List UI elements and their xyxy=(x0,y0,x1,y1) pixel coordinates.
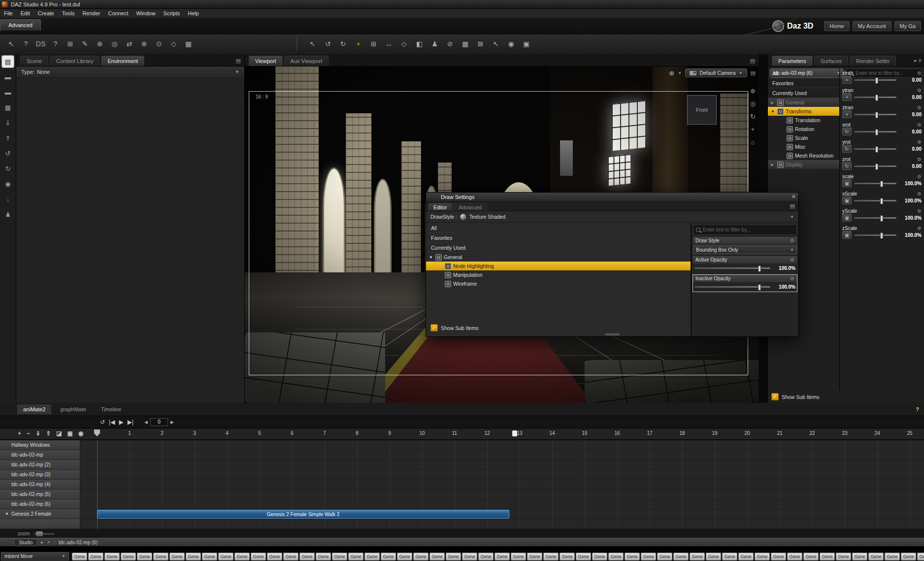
category-item[interactable]: Currently Used xyxy=(426,243,691,253)
view-cube[interactable]: Front xyxy=(687,95,717,125)
rotate-tool-icon[interactable]: ◇ xyxy=(398,37,410,50)
preset-button[interactable]: Gene xyxy=(478,553,494,561)
camera-tool-icon[interactable]: ▣ xyxy=(520,37,532,50)
preset-button[interactable]: Gene xyxy=(755,553,770,561)
spin-tool-icon[interactable]: ↻ xyxy=(337,37,349,50)
track-expand-icon[interactable]: ▼ xyxy=(5,512,9,516)
menu-item[interactable]: Scripts xyxy=(160,9,184,17)
node-selection-tool-icon[interactable]: ↖ xyxy=(5,37,17,50)
parameter-slider-track[interactable] xyxy=(854,131,896,132)
parameter-slider-track[interactable] xyxy=(854,148,896,150)
parameter-slider-track[interactable] xyxy=(854,217,896,219)
preset-button[interactable]: Gene xyxy=(868,553,884,561)
parameter-group-row[interactable]: G Misc xyxy=(768,142,839,151)
brand-link-button[interactable]: My Ga xyxy=(894,21,921,31)
preset-category-dropdown[interactable]: mbient Move ▼ xyxy=(1,552,69,561)
parameters-tab[interactable]: Parameters xyxy=(772,56,813,66)
parameter-value[interactable]: 100.0% xyxy=(899,232,922,238)
gear-icon[interactable]: ⚙ xyxy=(917,70,922,76)
undo-icon[interactable]: ↺ xyxy=(2,147,14,159)
box-select-tool-icon[interactable]: ⊠ xyxy=(474,37,487,50)
viewport-tab[interactable]: Viewport xyxy=(249,56,283,66)
preset-button[interactable]: Gene xyxy=(88,553,103,561)
parameter-slider-handle[interactable] xyxy=(875,112,878,118)
preset-button[interactable]: Gene xyxy=(251,553,266,561)
viewport-tab[interactable]: Aux Viewport xyxy=(284,56,329,66)
track-grid[interactable]: Genesis 2 Female Simple Walk 2 xyxy=(80,509,924,519)
parameter-slider-handle[interactable] xyxy=(875,77,878,84)
preset-button[interactable]: Gene xyxy=(153,553,168,561)
preset-button[interactable]: Gene xyxy=(429,553,445,561)
lock-tracks-icon[interactable]: ◪ xyxy=(56,430,62,437)
move-down-icon[interactable]: ⇓ xyxy=(35,430,40,437)
parameter-value[interactable]: 0.00 xyxy=(899,129,922,134)
parameter-slider-track[interactable] xyxy=(854,79,896,81)
scale-tool-icon[interactable]: ↔ xyxy=(383,37,395,50)
track-label[interactable]: ▼ tdc-adv-02-mp (6) xyxy=(0,499,80,509)
preset-button[interactable]: Gene xyxy=(625,553,640,561)
opacity-slider-track[interactable] xyxy=(694,267,770,269)
preset-button[interactable]: Gene xyxy=(218,553,233,561)
open-file-icon[interactable]: ▬ xyxy=(2,71,14,83)
preset-button[interactable]: Gene xyxy=(543,553,559,561)
move-up-icon[interactable]: ⇑ xyxy=(46,430,51,437)
track-label[interactable]: ▼ tdc-adv-02-mp (4) xyxy=(0,480,80,490)
preset-button[interactable]: Gene xyxy=(641,553,656,561)
parameter-group-row[interactable]: ▶ G General xyxy=(768,98,839,107)
parameter-group-row[interactable]: G Mesh Resolution xyxy=(768,151,839,160)
play-icon[interactable]: ▶ xyxy=(119,419,123,426)
track-label[interactable]: ▼ Hallway Windows xyxy=(0,440,80,450)
tree-caret-icon[interactable]: ▼ xyxy=(429,255,433,260)
draw-settings-group-row[interactable]: G Wireframe xyxy=(426,279,691,288)
draw-settings-group-row[interactable]: G Manipulation xyxy=(426,270,691,279)
weight-map-tool-icon[interactable]: ⊗ xyxy=(94,37,106,50)
import-icon[interactable]: ⇑ xyxy=(2,132,14,144)
gear-icon[interactable]: ⚙ xyxy=(917,174,922,179)
preset-button[interactable]: Gene xyxy=(852,553,867,561)
active-opacity-value[interactable]: 100.0% xyxy=(773,265,795,271)
preset-button[interactable]: Gene xyxy=(885,553,900,561)
dialog-filter-input[interactable]: Enter text to filter by... xyxy=(693,225,797,235)
opacity-slider-handle[interactable] xyxy=(758,284,761,291)
track-grid[interactable] xyxy=(80,460,924,470)
add-keyframe-icon[interactable]: + xyxy=(18,430,21,437)
parameter-slider-handle[interactable] xyxy=(875,146,878,153)
track-grid[interactable] xyxy=(80,470,924,480)
draw-settings-group-row[interactable]: ▼ G General xyxy=(426,253,691,262)
gear-icon[interactable]: ⚙ xyxy=(917,157,922,162)
parameter-slider-handle[interactable] xyxy=(875,164,878,170)
preset-button[interactable]: Gene xyxy=(560,553,575,561)
category-item[interactable]: All xyxy=(426,223,691,233)
category-item[interactable]: All xyxy=(768,68,839,78)
parameter-slider-track[interactable] xyxy=(854,234,896,236)
parameter-slider-handle[interactable] xyxy=(875,129,878,135)
menu-item[interactable]: Edit xyxy=(17,9,34,17)
redo-icon[interactable]: ↻ xyxy=(2,163,14,174)
preset-button[interactable]: Gene xyxy=(836,553,851,561)
inactive-opacity-value[interactable]: 100.0% xyxy=(773,284,795,290)
dialog-resize-grip[interactable] xyxy=(605,333,620,335)
home-view-icon[interactable]: ⌂ xyxy=(750,138,756,146)
workspace-tab-advanced[interactable]: Advanced xyxy=(0,19,41,31)
current-frame-input[interactable]: 0 xyxy=(150,418,168,426)
preset-button[interactable]: Gene xyxy=(299,553,315,561)
parameter-value[interactable]: 0.00 xyxy=(899,112,922,117)
preset-button[interactable]: Gene xyxy=(72,553,87,561)
parameter-slider-track[interactable] xyxy=(854,165,896,167)
parameter-group-row[interactable]: ▼ G Transforms xyxy=(768,107,839,116)
preset-button[interactable]: Gene xyxy=(332,553,347,561)
studio-status-chip[interactable]: Studio xyxy=(14,539,37,546)
universal-tool-icon[interactable]: + xyxy=(352,37,364,50)
tree-caret-icon[interactable]: ▼ xyxy=(771,109,775,114)
panel-menu-icon[interactable]: ▤ xyxy=(750,58,755,64)
preset-button[interactable]: Gene xyxy=(137,553,152,561)
geometry-editor-tool-icon[interactable]: ◎ xyxy=(108,37,121,50)
parameter-slider-handle[interactable] xyxy=(875,95,878,101)
preset-button[interactable]: Gene xyxy=(576,553,591,561)
preset-button[interactable]: Gene xyxy=(283,553,298,561)
panel-menu-icon[interactable]: ▤ xyxy=(236,58,241,64)
close-icon[interactable]: ✕ xyxy=(792,194,796,200)
tree-caret-icon[interactable]: ▶ xyxy=(771,100,775,105)
category-item[interactable]: Currently Used xyxy=(768,88,839,98)
orbit-tool-icon[interactable]: ↺ xyxy=(322,37,334,50)
